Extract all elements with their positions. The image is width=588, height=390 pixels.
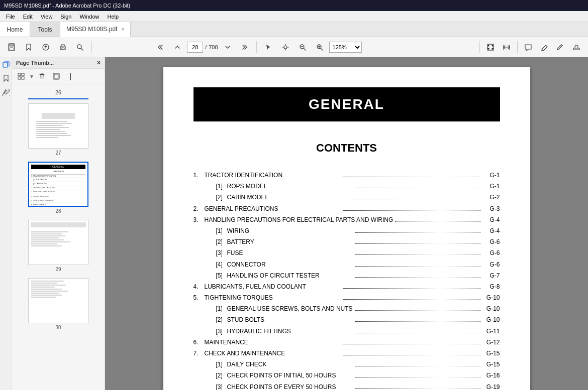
stamp-button[interactable] xyxy=(569,40,584,54)
menu-bar: File Edit View Sign Window Help xyxy=(0,11,588,22)
thumb-extract-button[interactable] xyxy=(50,71,62,82)
tab-document[interactable]: M95SD M108S.pdf × xyxy=(60,22,131,37)
toc-entry-4: 4. LUBRICANTS, FUEL AND COOLANT G-8 xyxy=(193,281,500,292)
thumb-progress-bar xyxy=(28,98,88,99)
nav-controls: / 708 50% 75% 100% 125% 150% 200% xyxy=(153,40,361,54)
pdf-section-header: GENERAL xyxy=(193,87,500,121)
search-button[interactable] xyxy=(72,40,87,54)
svg-rect-22 xyxy=(3,62,8,67)
zoom-in-button[interactable] xyxy=(312,40,327,54)
highlight-button[interactable] xyxy=(537,40,552,54)
prev-page-button[interactable] xyxy=(153,40,168,54)
thumb-label-27: 27 xyxy=(55,150,61,156)
svg-marker-23 xyxy=(4,75,8,81)
thumb-page-30[interactable]: 30 xyxy=(14,278,103,330)
thumb-img-30 xyxy=(28,278,88,323)
toc-entry-2: 2. GENERAL PRECAUTIONS G-3 xyxy=(193,203,500,214)
tab-home[interactable]: Home xyxy=(0,22,30,37)
menu-view[interactable]: View xyxy=(37,13,57,21)
svg-rect-27 xyxy=(22,77,24,79)
sidebar-bookmark-icon[interactable] xyxy=(1,73,11,83)
next-page-button[interactable] xyxy=(237,40,252,54)
menu-file[interactable]: File xyxy=(2,13,19,21)
toolbar: / 708 50% 75% 100% 125% 150% 200% xyxy=(0,37,588,57)
thumb-more-button[interactable]: | xyxy=(64,71,76,82)
fit-page-button[interactable] xyxy=(483,40,498,54)
tab-document-label: M95SD M108S.pdf xyxy=(66,26,117,33)
tab-close-button[interactable]: × xyxy=(121,27,124,32)
page-input[interactable] xyxy=(187,42,203,53)
thumb-img-27 xyxy=(28,103,88,149)
thumb-toolbar: ▼ | xyxy=(12,69,105,84)
toc-entry-3-2: [2] BATTERY G-6 xyxy=(193,236,500,247)
thumb-delete-button[interactable] xyxy=(36,71,48,82)
pdf-content-area[interactable]: GENERAL CONTENTS 1. TRACTOR IDENTIFICATI… xyxy=(105,57,588,390)
tab-tools[interactable]: Tools xyxy=(30,22,60,37)
toc-entry-3-1: [1] WIRING G-4 xyxy=(193,225,500,236)
bookmark-button[interactable] xyxy=(21,40,36,54)
toc-table: 1. TRACTOR IDENTIFICATION G-1 [1] ROPS M… xyxy=(193,170,500,390)
thumb-panel-title: Page Thumb... xyxy=(16,60,54,66)
svg-line-12 xyxy=(304,48,306,50)
pdf-page: GENERAL CONTENTS 1. TRACTOR IDENTIFICATI… xyxy=(163,67,530,390)
thumb-view-arrow[interactable]: ▼ xyxy=(29,74,34,79)
thumb-view-button[interactable] xyxy=(15,71,27,82)
toc-entry-3: 3. HANDLING PRECAUTIONS FOR ELECTRICAL P… xyxy=(193,214,500,225)
zoom-out-button[interactable] xyxy=(295,40,310,54)
save-button[interactable] xyxy=(4,40,19,54)
print-button[interactable] xyxy=(55,40,70,54)
scroll-up-button[interactable] xyxy=(170,40,185,54)
thumb-page-29[interactable]: 29 xyxy=(14,220,103,272)
thumb-panel-header: Page Thumb... × xyxy=(12,57,105,69)
zoom-select[interactable]: 50% 75% 100% 125% 150% 200% xyxy=(329,42,362,53)
svg-rect-28 xyxy=(40,74,44,75)
thumb-panel-close[interactable]: × xyxy=(97,59,101,66)
title-bar: M95SD M108S.pdf - Adobe Acrobat Pro DC (… xyxy=(0,0,588,11)
menu-help[interactable]: Help xyxy=(104,13,123,21)
thumb-label-28: 28 xyxy=(55,208,61,214)
right-tools xyxy=(477,40,584,54)
comment-button[interactable] xyxy=(521,40,536,54)
thumb-page-28[interactable]: GENERAL CONTENTS 1. TRACTOR IDENTIFICATI… xyxy=(14,162,103,214)
tab-tools-label: Tools xyxy=(38,26,52,33)
toc-entry-3-5: [5] HANDLING OF CIRCUIT TESTER G-7 xyxy=(193,270,500,281)
page-separator: / xyxy=(205,44,207,50)
select-tool-button[interactable] xyxy=(261,40,276,54)
toc-entry-7-3: [3] CHECK POINTS OF EVERY 50 HOURS G-19 xyxy=(193,381,500,390)
svg-rect-24 xyxy=(18,73,21,76)
toc-entry-3-4: [4] CONNECTOR G-6 xyxy=(193,259,500,270)
upload-button[interactable] xyxy=(38,40,53,54)
total-pages: 708 xyxy=(209,44,218,50)
thumb-page-nav: 26 xyxy=(14,88,103,98)
tab-bar: Home Tools M95SD M108S.pdf × xyxy=(0,22,588,37)
svg-rect-30 xyxy=(54,74,58,78)
toc-entry-1-1: [1] ROPS MODEL G-1 xyxy=(193,181,500,192)
toc-entry-5-3: [3] HYDRAULIC FITTINGS G-11 xyxy=(193,326,500,337)
svg-line-16 xyxy=(321,48,323,50)
thumb-scroll-area[interactable]: 26 xyxy=(12,84,105,390)
svg-rect-21 xyxy=(573,48,579,50)
thumbnail-panel: Page Thumb... × ▼ | 26 xyxy=(12,57,105,390)
toc-entry-3-3: [3] FUSE G-6 xyxy=(193,247,500,258)
menu-window[interactable]: Window xyxy=(75,13,103,21)
thumb-img-29 xyxy=(28,220,88,265)
thumb-page-27[interactable]: 27 xyxy=(14,103,103,156)
svg-rect-26 xyxy=(18,77,21,79)
fit-width-button[interactable] xyxy=(499,40,514,54)
toolbar-divider-3 xyxy=(479,41,480,53)
draw-button[interactable] xyxy=(553,40,568,54)
svg-line-8 xyxy=(81,48,83,50)
pdf-contents-title: CONTENTS xyxy=(193,142,500,155)
main-area: Page Thumb... × ▼ | 26 xyxy=(0,57,588,390)
scroll-down-button[interactable] xyxy=(220,40,235,54)
menu-edit[interactable]: Edit xyxy=(19,13,37,21)
svg-rect-6 xyxy=(61,48,64,49)
sidebar-attachment-icon[interactable] xyxy=(1,87,11,97)
menu-sign[interactable]: Sign xyxy=(56,13,75,21)
sidebar-copy-icon[interactable] xyxy=(1,59,11,69)
toolbar-divider-1 xyxy=(91,41,92,53)
toc-entry-7: 7. CHECK AND MAINTENANCE G-15 xyxy=(193,348,500,359)
pan-tool-button[interactable] xyxy=(278,40,293,54)
svg-rect-25 xyxy=(22,73,24,76)
toc-entry-6: 6. MAINTENANCE G-12 xyxy=(193,337,500,348)
